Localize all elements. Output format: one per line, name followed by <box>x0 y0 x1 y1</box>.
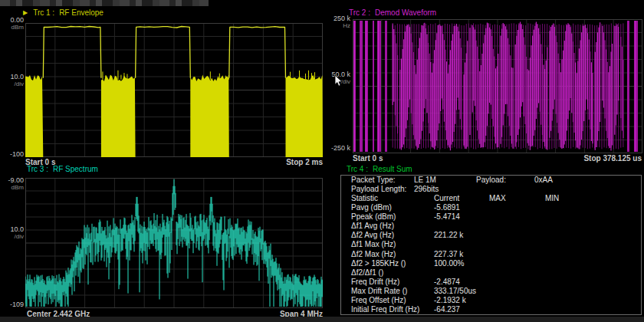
stat-row: Ppeak (dBm)-5.4714 <box>341 212 641 222</box>
panel-title-trc3[interactable]: Trc 3 :RF Spectrum <box>27 165 98 173</box>
trc1-bottom-level-label: -100 <box>0 150 24 158</box>
signal-analyzer-screen: ▶Trc 1 :RF Envelope 0.00dBm 10.0/div -10… <box>0 0 644 322</box>
trc1-stop-label: Stop 2 ms <box>286 158 323 166</box>
result-summary-table[interactable]: Packet Type: LE 1M Payload: 0xAA Payload… <box>340 175 642 315</box>
stat-row: Δf2 > 185KHz ()100.00% <box>341 259 641 268</box>
payload-length-row: Payload Length: 296bits <box>341 185 641 194</box>
panel-title-trc4[interactable]: Trc 4 :Result Sum <box>347 165 412 173</box>
trc1-ref-level-label: 0.00dBm <box>0 16 24 31</box>
stat-row: Δf2 Avg (Hz)221.22 k <box>341 231 641 240</box>
stat-row: Δf1 Max (Hz) <box>341 240 641 249</box>
stat-row: Initial Freq Drift (Hz)-64.237 <box>341 305 641 314</box>
stat-row: Pavg (dBm)-5.6891 <box>341 203 641 212</box>
trc2-bottom-level-label: -250 k <box>327 144 350 152</box>
panel-title-trc2[interactable]: Trc 2 :Demod Waveform <box>349 8 436 17</box>
trc3-ref-level-label: -9.00dBm <box>0 176 24 192</box>
stat-row: Freq Offset (Hz)-2.1932 k <box>341 296 641 305</box>
trc2-ref-level-label: 250 kHz <box>327 15 350 30</box>
rf-spectrum-plot[interactable] <box>25 178 323 308</box>
obscured-menu-strip <box>0 0 209 6</box>
statistic-header-row: Statistic Current MAX MIN <box>341 194 641 203</box>
stat-row: Δf2/Δf1 () <box>341 268 641 278</box>
bottom-strip <box>0 317 644 322</box>
mouse-cursor-icon <box>334 75 343 87</box>
packet-type-row: Packet Type: LE 1M Payload: 0xAA <box>341 176 641 185</box>
trc2-start-label: Start 0 s <box>353 154 383 163</box>
trc3-bottom-level-label: -109 <box>0 301 24 308</box>
stat-row: Δf2 Max (Hz)227.37 k <box>341 250 641 259</box>
stat-row: Max Drift Rate ()333.17/50us <box>341 287 641 296</box>
active-trace-arrow-icon: ▶ <box>23 9 28 16</box>
trc1-scale-per-div-label: 10.0/div <box>0 73 24 88</box>
demod-waveform-plot[interactable] <box>353 19 642 153</box>
trc3-scale-per-div-label: 10.0/div <box>0 225 24 241</box>
panel-title-trc1[interactable]: ▶Trc 1 :RF Envelope <box>23 8 104 18</box>
trc2-stop-label: Stop 378.125 us <box>583 154 642 163</box>
stat-row: Δf1 Avg (Hz) <box>341 222 641 231</box>
stat-row: Freq Drift (Hz)-2.4874 <box>341 278 641 287</box>
rf-envelope-plot[interactable] <box>25 23 323 157</box>
